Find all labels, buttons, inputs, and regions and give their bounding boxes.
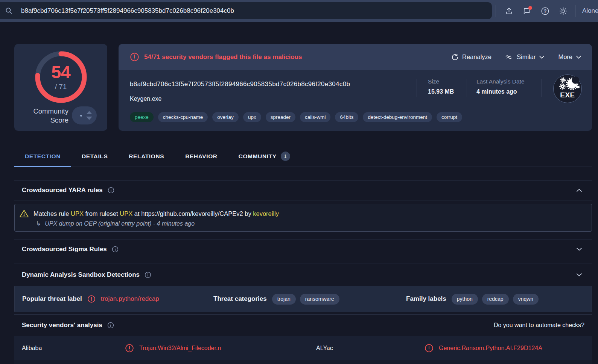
community-score-card: 54 / 71 Community Score: [14, 44, 107, 131]
detection-content: Crowdsourced YARA rules Matches rule UPX…: [14, 167, 592, 364]
alert-icon: [130, 52, 139, 62]
yara-section-header: Crowdsourced YARA rules: [14, 180, 592, 200]
tag-spreader[interactable]: spreader: [266, 112, 295, 122]
tab-detection-label: DETECTION: [25, 153, 61, 160]
file-type-label: EXE: [554, 91, 581, 99]
category-trojan[interactable]: trojan: [272, 294, 296, 305]
reanalyze-icon: [451, 53, 459, 61]
tab-relations[interactable]: RELATIONS: [118, 146, 175, 167]
banner-text: 54/71 security vendors flagged this file…: [144, 53, 302, 61]
vote-up-arrow[interactable]: [86, 111, 92, 114]
yara-match-box: Matches rule UPX from ruleset UPX at htt…: [14, 204, 592, 232]
vendor-row-2: [14, 360, 592, 364]
vendors-title: Security vendors' analysis: [22, 322, 102, 329]
tag-upx[interactable]: upx: [243, 112, 261, 122]
search-icon: [5, 7, 13, 15]
sandbox-info-icon[interactable]: [145, 271, 151, 278]
notifications-icon[interactable]: [519, 3, 535, 19]
score-total: / 71: [55, 83, 67, 91]
threat-alert-icon: [87, 295, 96, 303]
tag-corrupt[interactable]: corrupt: [437, 112, 462, 122]
theme-toggle-icon[interactable]: [555, 3, 571, 19]
tag-64bits[interactable]: 64bits: [335, 112, 358, 122]
search-input[interactable]: [21, 7, 486, 15]
tag-calls-wmi[interactable]: calls-wmi: [300, 112, 331, 122]
more-label: More: [558, 53, 572, 61]
threat-categories-group: Threat categories trojan ransomware: [213, 286, 339, 312]
sandbox-expand-icon[interactable]: [576, 273, 582, 277]
threat-label-value[interactable]: trojan.python/redcap: [101, 295, 159, 303]
yara-match-text: Matches rule UPX from ruleset UPX at htt…: [33, 210, 279, 217]
meta-divider: [417, 79, 417, 97]
notification-dot: [528, 6, 532, 10]
help-icon[interactable]: ?: [537, 3, 553, 19]
tab-behavior-label: BEHAVIOR: [185, 153, 217, 160]
tab-behavior[interactable]: BEHAVIOR: [175, 146, 228, 167]
file-sha256[interactable]: b8af9cbd706c13f5e7f20573ff5f2894966c9058…: [130, 80, 350, 88]
yara-rule-link[interactable]: UPX: [71, 210, 84, 217]
category-ransomware[interactable]: ransomware: [300, 294, 339, 305]
yara-collapse-icon[interactable]: [576, 188, 582, 192]
sigma-expand-icon[interactable]: [576, 247, 582, 251]
threat-categories-title: Threat categories: [213, 295, 267, 303]
reanalyze-label: Reanalyze: [462, 53, 491, 61]
sigma-info-icon[interactable]: [112, 246, 119, 253]
search-bar[interactable]: [0, 2, 492, 19]
meta-divider-2: [467, 79, 467, 97]
warning-icon: [19, 209, 29, 218]
report-tabs: DETECTION DETAILS RELATIONS BEHAVIOR COM…: [14, 146, 592, 167]
threat-label-title: Popular threat label: [22, 295, 82, 303]
tag-overlay[interactable]: overlay: [212, 112, 239, 122]
similar-chevron-icon: [539, 55, 545, 59]
yara-text-url: at https://github.com/kevoreilly/CAPEv2 …: [132, 210, 253, 217]
file-report-card: 54/71 security vendors flagged this file…: [119, 44, 592, 131]
svg-text:?: ?: [543, 9, 546, 14]
similar-button[interactable]: Similar: [505, 53, 545, 61]
header-cards: 54 / 71 Community Score 54/71 security v…: [14, 44, 592, 131]
yara-ruleset-link[interactable]: UPX: [120, 210, 132, 217]
tag-checks-cpu-name[interactable]: checks-cpu-name: [158, 112, 208, 122]
file-tags: peexe checks-cpu-name overlay upx spread…: [130, 112, 462, 122]
detection-alert-icon: [125, 344, 134, 353]
detection-gauge: 54 / 71: [33, 49, 89, 105]
banner-actions: Reanalyze Similar More: [451, 53, 581, 61]
divider: [14, 200, 592, 200]
return-arrow-icon: ↳: [36, 220, 41, 228]
tab-community[interactable]: COMMUNITY 1: [228, 146, 301, 167]
upload-icon[interactable]: [501, 3, 517, 19]
last-analysis-label: Last Analysis Date: [476, 78, 525, 85]
family-redcap[interactable]: redcap: [482, 294, 509, 305]
file-name[interactable]: Keygen.exe: [130, 96, 350, 102]
sigma-title: Crowdsourced Sigma Rules: [22, 246, 107, 253]
vendors-info-icon[interactable]: [107, 322, 114, 329]
yara-match-description: UPX dump on OEP (original entry point) -…: [45, 220, 195, 227]
tab-relations-label: RELATIONS: [129, 153, 164, 160]
community-count-badge: 1: [281, 152, 290, 161]
family-vnqwn[interactable]: vnqwn: [513, 294, 539, 305]
tag-detect-debug-environment[interactable]: detect-debug-environment: [363, 112, 432, 122]
size-label: Size: [428, 78, 454, 85]
tab-details[interactable]: DETAILS: [71, 146, 118, 167]
similar-icon: [505, 54, 513, 61]
tab-detection[interactable]: DETECTION: [14, 146, 71, 167]
score-positives: 54: [51, 63, 70, 81]
size-value: 15.93 MB: [428, 88, 454, 95]
yara-author-link[interactable]: kevoreilly: [253, 210, 279, 217]
family-labels-title: Family labels: [406, 295, 446, 303]
yara-info-icon[interactable]: [108, 187, 114, 194]
popular-threat-label-group: Popular threat label trojan.python/redca…: [22, 286, 159, 312]
community-score-label: Community Score: [22, 107, 68, 125]
community-vote-widget[interactable]: [72, 106, 97, 124]
user-menu[interactable]: Alone: [582, 7, 598, 15]
family-python[interactable]: python: [452, 294, 478, 305]
reanalyze-button[interactable]: Reanalyze: [451, 53, 491, 61]
vendor-row-1: Alibaba Trojan:Win32/Almi_Filecoder.n AL…: [14, 336, 592, 360]
vote-down-arrow[interactable]: [86, 117, 92, 120]
topbar-divider: [496, 5, 496, 17]
sandbox-section-header: Dynamic Analysis Sandbox Detections: [14, 264, 592, 286]
topbar-actions: ? Alone: [494, 0, 598, 22]
popular-threat-band: Popular threat label trojan.python/redca…: [14, 286, 592, 312]
more-button[interactable]: More: [558, 53, 581, 61]
tag-peexe[interactable]: peexe: [130, 112, 154, 122]
automate-checks-link[interactable]: Do you want to automate checks?: [494, 322, 584, 329]
